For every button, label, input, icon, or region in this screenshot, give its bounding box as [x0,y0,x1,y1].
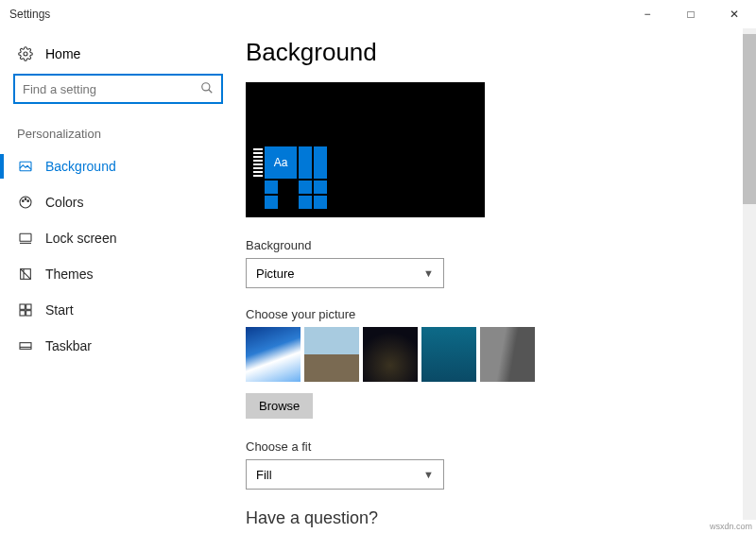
browse-button[interactable]: Browse [246,393,313,419]
themes-icon [17,266,34,283]
chevron-down-icon: ▼ [423,469,434,480]
svg-point-0 [24,52,27,56]
fit-select[interactable]: Fill ▼ [246,459,444,490]
lock-screen-icon [17,230,34,247]
background-type-value: Picture [256,266,294,281]
vertical-scrollbar[interactable] [743,28,756,520]
close-button[interactable]: ✕ [713,0,756,28]
picture-thumb-5[interactable] [480,327,535,382]
palette-icon [17,194,34,211]
svg-point-1 [202,82,210,90]
sidebar-item-colors[interactable]: Colors [13,184,223,220]
picture-thumbnails [246,327,728,382]
sidebar-item-label: Lock screen [45,231,116,246]
background-type-label: Background [246,238,728,252]
background-type-select[interactable]: Picture ▼ [246,258,444,288]
sidebar-category: Personalization [17,127,223,141]
sidebar-item-label: Start [45,302,74,318]
desktop-preview: Aa [246,82,485,217]
svg-rect-12 [26,304,31,309]
svg-rect-11 [20,304,25,309]
svg-line-2 [209,89,213,93]
svg-rect-13 [20,311,25,316]
maximize-button[interactable]: □ [669,0,713,28]
search-input[interactable]: Find a setting [13,74,223,104]
svg-rect-8 [20,233,31,241]
watermark: wsxdn.com [710,522,752,531]
minimize-button[interactable]: − [626,0,669,28]
window-title: Settings [9,8,626,21]
home-button[interactable]: Home [13,38,223,74]
sidebar-item-lock-screen[interactable]: Lock screen [13,220,223,256]
preview-tiles: Aa [265,146,327,211]
question-heading: Have a question? [246,508,728,528]
taskbar-icon [17,337,34,354]
window-controls: − □ ✕ [626,0,756,28]
choose-picture-label: Choose your picture [246,307,728,321]
preview-start-menu: Aa [253,146,327,211]
preview-taskbar [246,212,485,217]
preview-tile-aa: Aa [265,146,297,179]
scrollbar-thumb[interactable] [743,34,756,204]
svg-rect-15 [20,343,31,350]
fit-value: Fill [256,468,272,482]
sidebar-item-label: Background [45,159,116,174]
chevron-down-icon: ▼ [423,267,434,279]
titlebar: Settings − □ ✕ [0,0,756,28]
gear-icon [17,45,34,62]
sidebar: Home Find a setting Personalization Back… [0,28,236,533]
home-label: Home [45,46,80,61]
main-panel: Background Aa Background Picture ▼ Choos… [236,28,756,533]
sidebar-item-label: Taskbar [45,338,92,353]
picture-thumb-3[interactable] [363,327,418,382]
sidebar-item-taskbar[interactable]: Taskbar [13,328,223,364]
sidebar-item-label: Colors [45,195,83,210]
picture-thumb-4[interactable] [421,327,476,382]
search-placeholder: Find a setting [23,82,200,96]
sidebar-item-start[interactable]: Start [13,292,223,328]
search-icon [200,81,214,97]
fit-label: Choose a fit [246,439,728,454]
svg-point-6 [25,198,26,200]
picture-thumb-1[interactable] [246,327,301,382]
sidebar-item-background[interactable]: Background [13,148,223,184]
content: Home Find a setting Personalization Back… [0,28,756,533]
page-title: Background [246,38,728,67]
sidebar-item-themes[interactable]: Themes [13,256,223,292]
picture-icon [17,158,34,175]
svg-rect-14 [26,311,31,316]
sidebar-item-label: Themes [45,266,94,282]
start-icon [17,301,34,318]
svg-point-5 [23,200,25,202]
preview-list [253,146,263,211]
svg-point-7 [27,200,29,202]
picture-thumb-2[interactable] [304,327,359,382]
